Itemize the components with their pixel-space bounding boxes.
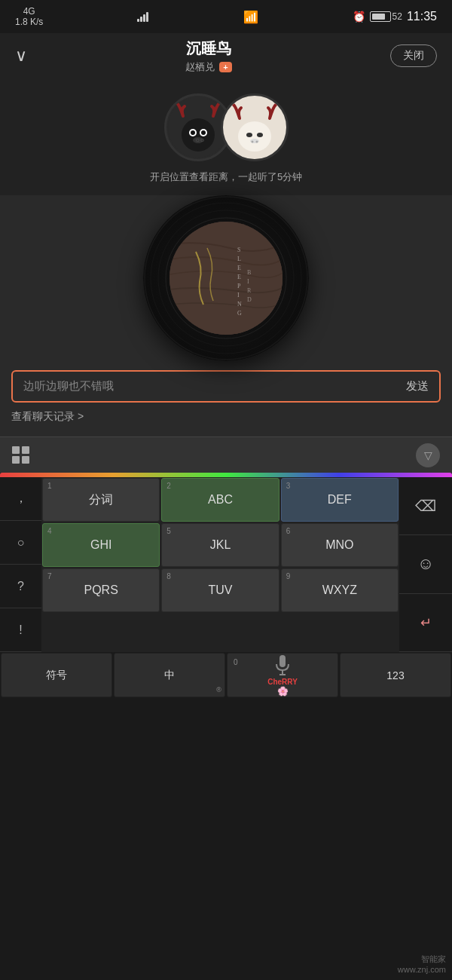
svg-text:G: G <box>237 310 242 317</box>
key-mic[interactable]: 0 CheRRY 🌸 <box>227 653 338 697</box>
keyboard-toolbar: ▽ <box>0 436 452 473</box>
chat-history-link[interactable]: 查看聊天记录 > <box>11 403 441 427</box>
watermark-site: 智能家 <box>398 954 446 965</box>
key-1-fenchi[interactable]: 1 分词 <box>42 478 160 522</box>
svg-point-12 <box>250 139 259 143</box>
svg-text:P: P <box>237 283 241 289</box>
svg-point-9 <box>238 121 271 152</box>
header-title-block: 沉睡鸟 赵栖兑 + <box>185 38 231 74</box>
svg-text:I: I <box>237 292 240 299</box>
back-chevron[interactable]: ∨ <box>15 46 27 66</box>
svg-point-5 <box>201 130 206 135</box>
artist-row: 赵栖兑 + <box>185 60 231 74</box>
header: ∨ 沉睡鸟 赵栖兑 + 关闭 <box>0 33 452 78</box>
vinyl-section[interactable]: S L E E P I N G B I R D <box>0 195 452 361</box>
backspace-icon: ⌫ <box>415 497 436 515</box>
vinyl-record[interactable]: S L E E P I N G B I R D <box>143 195 309 361</box>
signal-icon <box>137 11 148 22</box>
battery-level: 52 <box>392 11 402 22</box>
mic-num: 0 <box>234 658 238 666</box>
keyboard-row-1: 1 分词 2 ABC 3 DEF <box>41 477 399 522</box>
alarm-icon: ⏰ <box>353 11 365 23</box>
enter-icon: ↵ <box>420 614 432 631</box>
key-backspace[interactable]: ⌫ <box>399 477 452 535</box>
key-5-jkl[interactable]: 5 JKL <box>161 523 279 567</box>
chat-input-container[interactable]: 边听边聊也不错哦 发送 <box>11 370 441 403</box>
key-123[interactable]: 123 <box>340 653 451 697</box>
key-circle[interactable]: ○ <box>0 521 41 565</box>
clock: 11:35 <box>407 10 437 23</box>
key-6-mno[interactable]: 6 MNO <box>281 523 399 567</box>
svg-text:D: D <box>247 296 252 303</box>
svg-text:L: L <box>237 256 243 262</box>
keyboard-right-col: ⌫ ☺ ↵ <box>399 477 452 652</box>
svg-text:N: N <box>237 301 242 308</box>
battery: 52 <box>370 11 402 22</box>
key-chinese[interactable]: 中 ® <box>114 653 225 697</box>
key-exclaim[interactable]: ! <box>0 608 41 652</box>
keyboard-row-2: 4 GHI 5 JKL 6 MNO <box>41 522 399 568</box>
key-7-pqrs[interactable]: 7 PQRS <box>42 568 160 612</box>
key-8-tuv[interactable]: 8 TUV <box>161 568 279 612</box>
plus-badge[interactable]: + <box>219 62 231 72</box>
key-emoji[interactable]: ☺ <box>399 535 452 593</box>
cherry-flower-icon: 🌸 <box>277 686 289 697</box>
svg-point-4 <box>191 130 195 135</box>
keyboard-main-grid: 1 分词 2 ABC 3 DEF 4 GHI 5 <box>41 477 399 652</box>
keyboard-collapse-button[interactable]: ▽ <box>416 443 440 467</box>
wifi-icon: 📶 <box>243 10 258 24</box>
network-type: 4G <box>23 6 35 17</box>
svg-point-10 <box>246 133 252 137</box>
chat-section: 边听边聊也不错哦 发送 查看聊天记录 > <box>0 361 452 436</box>
avatar-user2 <box>221 93 289 161</box>
microphone-icon <box>273 654 292 676</box>
cherry-brand: CheRRY <box>267 678 298 686</box>
keyboard-left-col: ， ○ ? ! <box>0 477 41 652</box>
svg-text:O O: O O <box>196 138 204 142</box>
artist-name: 赵栖兑 <box>185 60 215 74</box>
watermark-url: www.znj.com <box>398 965 446 974</box>
keyboard: ， ○ ? ! 1 分词 2 ABC 3 DEF <box>0 473 452 698</box>
emoji-icon: ☺ <box>417 554 434 574</box>
status-right: ⏰ 52 11:35 <box>353 10 437 23</box>
key-2-abc[interactable]: 2 ABC <box>161 478 279 522</box>
song-title: 沉睡鸟 <box>185 38 231 59</box>
avatar-subtitle: 开启位置查看距离，一起听了5分钟 <box>150 170 302 184</box>
svg-text:B: B <box>247 269 251 276</box>
svg-point-14 <box>255 141 258 143</box>
registered-mark: ® <box>216 686 221 694</box>
key-enter[interactable]: ↵ <box>399 594 452 652</box>
keyboard-main: ， ○ ? ! 1 分词 2 ABC 3 DEF <box>0 477 452 652</box>
grid-icon[interactable] <box>12 446 29 464</box>
svg-text:E: E <box>237 274 241 280</box>
key-3-def[interactable]: 3 DEF <box>281 478 399 522</box>
svg-point-11 <box>257 133 263 137</box>
chat-placeholder[interactable]: 边听边聊也不错哦 <box>23 379 406 394</box>
avatar-section: O O 开启位置查看距离，一起听了5分钟 <box>0 78 452 195</box>
svg-point-1 <box>182 118 215 152</box>
svg-text:S: S <box>237 247 242 253</box>
network-info: 4G 1.8 K/s <box>15 6 43 27</box>
svg-rect-32 <box>279 655 286 667</box>
key-question[interactable]: ? <box>0 565 41 608</box>
avatars-row: O O <box>164 93 289 161</box>
send-button[interactable]: 发送 <box>406 379 429 394</box>
keyboard-row-3: 7 PQRS 8 TUV 9 WXYZ <box>41 568 399 613</box>
close-button[interactable]: 关闭 <box>390 44 437 67</box>
key-comma[interactable]: ， <box>0 477 41 521</box>
svg-point-13 <box>251 141 253 143</box>
network-speed: 1.8 K/s <box>15 17 43 27</box>
status-bar: 4G 1.8 K/s 📶 ⏰ 52 11:35 <box>0 0 452 33</box>
key-symbol[interactable]: 符号 <box>1 653 112 697</box>
watermark: 智能家 www.znj.com <box>398 954 446 974</box>
svg-text:E: E <box>237 265 241 271</box>
album-art: S L E E P I N G B I R D <box>170 222 282 335</box>
key-9-wxyz[interactable]: 9 WXYZ <box>281 568 399 612</box>
svg-text:R: R <box>247 287 252 294</box>
svg-text:I: I <box>247 278 249 285</box>
key-4-ghi[interactable]: 4 GHI <box>42 523 160 567</box>
keyboard-bottom-row: 符号 中 ® 0 CheRRY 🌸 123 <box>0 652 452 698</box>
